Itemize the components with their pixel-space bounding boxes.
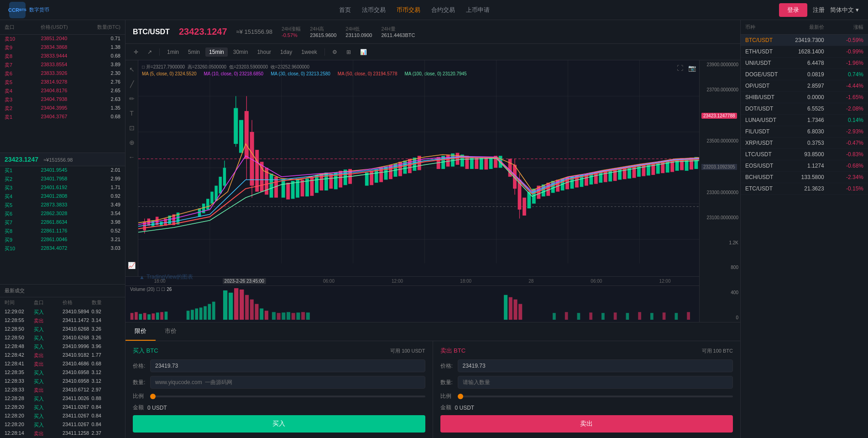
- buy-order-row[interactable]: 买1022834.40723.03: [0, 244, 125, 253]
- buy-order-row[interactable]: 买423401.28080.92: [0, 192, 125, 201]
- ticker-vol-label: 24H量: [381, 26, 415, 32]
- sell-order-row[interactable]: 卖523814.92782.76: [0, 78, 125, 87]
- buy-button[interactable]: 买入: [133, 415, 425, 433]
- tab-market[interactable]: 市价: [156, 322, 186, 341]
- svg-rect-152: [272, 312, 276, 320]
- sell-form: 卖出 BTC 可用 100 BTC 价格: 数量: 比例: [433, 341, 741, 438]
- tf-15min[interactable]: 15min: [205, 47, 228, 57]
- currency-row[interactable]: EOS/USDT1.1274-0.68%: [741, 160, 868, 172]
- register-button[interactable]: 注册: [813, 6, 825, 14]
- sell-order-row[interactable]: 卖823833.94440.68: [0, 52, 125, 61]
- ticker-low-label: 24H低: [345, 26, 372, 32]
- sell-order-row[interactable]: 卖1023851.20400.71: [0, 35, 125, 43]
- trade-col-price: 价格: [63, 299, 92, 306]
- buy-price-input[interactable]: [150, 359, 425, 372]
- currency-row[interactable]: SHIB/USDT0.0000-1.65%: [741, 92, 868, 103]
- sell-ratio-slider[interactable]: [458, 396, 733, 397]
- currency-row[interactable]: UNI/USDT6.4478-1.96%: [741, 58, 868, 69]
- sell-price-input[interactable]: [458, 359, 733, 372]
- buy-form-header: 买入 BTC 可用 100 USDT: [133, 347, 425, 355]
- currency-row[interactable]: DOT/USDT6.5525-2.08%: [741, 103, 868, 115]
- currency-row[interactable]: ETC/USDT21.3623-0.15%: [741, 183, 868, 195]
- crosshair-tool[interactable]: ✛: [130, 47, 142, 57]
- draw-tool[interactable]: ↗: [144, 47, 156, 57]
- buy-order-row[interactable]: 买123401.95452.01: [0, 166, 125, 175]
- currency-row[interactable]: LUNA/USDT1.73460.14%: [741, 115, 868, 126]
- tf-1hour[interactable]: 1hour: [253, 47, 275, 57]
- currency-row[interactable]: FIL/USDT6.8030-2.93%: [741, 126, 868, 137]
- currency-row[interactable]: ETH/USDT1628.1400-0.99%: [741, 46, 868, 58]
- sell-ratio-row: 比例: [440, 392, 733, 400]
- time-label-4: 18:00: [460, 279, 471, 284]
- pen-tool[interactable]: ✏: [126, 93, 137, 104]
- nav-crypto[interactable]: 币币交易: [397, 6, 420, 14]
- fullscreen-icon[interactable]: ⊞: [343, 47, 355, 57]
- sell-order-row[interactable]: 卖423404.81762.65: [0, 87, 125, 95]
- toolbar-sep-1: [159, 48, 160, 56]
- volume-area: Volume (20) ☐ ☐ 26: [125, 285, 699, 322]
- nav-futures[interactable]: 合约交易: [431, 6, 455, 14]
- buy-order-row[interactable]: 买922861.00463.21: [0, 236, 125, 244]
- buy-qty-input[interactable]: [150, 376, 425, 389]
- header-right: 登录 注册 简体中文 ▾: [779, 3, 859, 17]
- tf-30min[interactable]: 30min: [230, 47, 252, 57]
- buy-order-row[interactable]: 买822861.11760.52: [0, 227, 125, 236]
- buy-order-row[interactable]: 买722861.86343.98: [0, 218, 125, 227]
- line-tool[interactable]: ╱: [126, 79, 137, 90]
- buy-order-row[interactable]: 买223401.79582.99: [0, 175, 125, 184]
- sell-order-row[interactable]: 卖323404.79382.63: [0, 95, 125, 104]
- nav-fiat[interactable]: 法币交易: [362, 6, 386, 14]
- sell-order-row[interactable]: 卖623833.39262.30: [0, 69, 125, 78]
- cursor-tool[interactable]: ↖: [126, 64, 137, 75]
- maximize-icon[interactable]: ⛶: [675, 63, 685, 73]
- sell-price-label: 价格:: [440, 362, 454, 370]
- sell-qty-input[interactable]: [458, 376, 733, 389]
- tf-1min[interactable]: 1min: [163, 47, 183, 57]
- nav-home[interactable]: 首页: [339, 6, 351, 14]
- svg-rect-166: [577, 313, 580, 320]
- svg-rect-46: [291, 181, 295, 199]
- currency-row[interactable]: BTC/USDT23419.7300-0.59%: [741, 35, 868, 46]
- currency-row[interactable]: LTC/USDT93.8500-0.83%: [741, 149, 868, 160]
- currency-row[interactable]: DOGE/USDT0.08190.74%: [741, 69, 868, 80]
- trade-row: 12:28:28买入23411.00260.88: [0, 395, 125, 403]
- tf-1week[interactable]: 1week: [298, 47, 321, 57]
- sell-order-row[interactable]: 卖123404.37670.68: [0, 113, 125, 121]
- sell-form-header: 卖出 BTC 可用 100 BTC: [440, 347, 733, 355]
- buy-order-row[interactable]: 买622862.30283.54: [0, 210, 125, 218]
- tf-1day[interactable]: 1day: [277, 47, 296, 57]
- tf-5min[interactable]: 5min: [184, 47, 204, 57]
- svg-rect-155: [287, 312, 290, 320]
- sell-order-row[interactable]: 卖923834.38681.38: [0, 43, 125, 52]
- tab-limit[interactable]: 限价: [125, 322, 156, 341]
- sell-order-row[interactable]: 卖223404.39951.35: [0, 104, 125, 113]
- ob-col-level: 盘口: [5, 24, 41, 31]
- buy-order-row[interactable]: 买323401.61921.71: [0, 184, 125, 192]
- indicator-icon[interactable]: 📊: [356, 47, 371, 57]
- currency-row[interactable]: BCH/USDT133.5800-2.34%: [741, 172, 868, 183]
- volume-tool[interactable]: 📈: [126, 260, 137, 271]
- buy-order-row[interactable]: 买522873.38333.49: [0, 201, 125, 210]
- trade-row: 12:28:55卖出23411.14723.14: [0, 317, 125, 325]
- nav-listing[interactable]: 上币申请: [466, 6, 490, 14]
- trade-row: 12:28:50买入23410.62683.26: [0, 325, 125, 334]
- sell-order-row[interactable]: 卖723833.85543.89: [0, 61, 125, 69]
- text-tool[interactable]: T: [126, 108, 137, 119]
- order-tabs: 限价 市价: [125, 322, 740, 341]
- svg-rect-168: [601, 313, 605, 320]
- currency-row[interactable]: OP/USDT2.8597-4.44%: [741, 80, 868, 92]
- login-button[interactable]: 登录: [779, 3, 807, 17]
- measure-tool[interactable]: ⊡: [126, 122, 137, 133]
- svg-rect-34: [239, 120, 243, 153]
- svg-rect-157: [296, 312, 300, 320]
- time-label-3: 12:00: [392, 279, 403, 284]
- currency-row[interactable]: XRP/USDT0.3753-0.47%: [741, 137, 868, 149]
- settings-icon[interactable]: ⚙: [329, 47, 341, 57]
- language-selector[interactable]: 简体中文 ▾: [830, 6, 859, 14]
- back-tool[interactable]: ←: [126, 152, 137, 163]
- zoom-tool[interactable]: ⊕: [126, 137, 137, 148]
- camera-icon[interactable]: 📷: [687, 63, 697, 73]
- sell-button[interactable]: 卖出: [440, 415, 733, 433]
- buy-ratio-slider[interactable]: [150, 396, 425, 397]
- svg-rect-172: [650, 313, 654, 320]
